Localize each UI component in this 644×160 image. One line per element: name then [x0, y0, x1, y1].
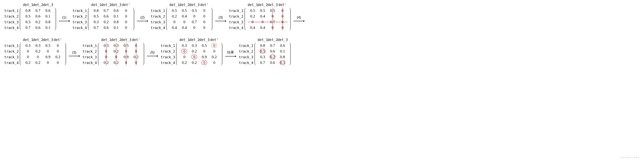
row-label: track_1 [72, 8, 87, 14]
row-label: track_3 [229, 19, 243, 25]
row-label: track_4 [4, 25, 19, 31]
col-label: det_2 [111, 38, 121, 42]
row-label: track_1 [82, 43, 97, 49]
col-label: det_3 [111, 3, 121, 7]
step-arrow: (2) [137, 15, 148, 22]
matrix-cell: 0.5 [189, 8, 199, 13]
col-label: det_1 [248, 3, 258, 7]
row-label: track_1 [229, 8, 243, 14]
matrix-m6: track_1track_2track_3track_4det_1det_2de… [82, 38, 144, 66]
matrix-cell: 0.9 [43, 55, 53, 59]
matrix-cell: 0.5 [169, 8, 179, 13]
col-label: det_2 [101, 3, 111, 7]
matrix-cell: 0.8 [91, 8, 101, 13]
matrix-cell: 0.2 [209, 55, 219, 59]
matrix-cell: 0.5 [258, 8, 268, 13]
matrix-cell: 0 [209, 43, 219, 48]
matrix-cell: 0 [101, 49, 111, 53]
row-label: track_4 [229, 25, 243, 31]
matrix-m4: track_1track_2track_3track_4det_1det_2de… [229, 3, 290, 31]
paren-right [52, 8, 56, 30]
matrix-cell: 0.4 [179, 25, 189, 30]
matrix-cell: 0.6 [101, 14, 111, 18]
row-label: track_3 [4, 54, 19, 60]
col-labels: det_1det_2det_3det' [98, 38, 144, 42]
row-labels: track_1track_2track_3track_4 [229, 8, 243, 31]
paren-right [209, 8, 212, 30]
row-label: track_1 [4, 43, 19, 49]
matrix-cell: 0 [199, 14, 209, 18]
col-labels: det_1det_2det_3det' [166, 3, 212, 7]
col-labels: det_1det_2det_3det' [20, 38, 66, 42]
step-label: (3) [218, 15, 223, 19]
row-label: track_3 [239, 54, 253, 60]
matrix-cell: 0.8 [111, 20, 121, 24]
col-labels: det_1det_2det_3det' [244, 3, 291, 7]
col-label: det_3 [199, 38, 209, 42]
paren-left [98, 43, 102, 65]
matrix-cell: 0 [258, 20, 268, 24]
row-label: track_2 [151, 14, 165, 19]
matrix-cell: 0.3 [23, 20, 33, 24]
matrix-cell: 0.5 [91, 14, 101, 18]
step-arrow: (3) [68, 50, 80, 57]
step-label: (3) [72, 50, 76, 54]
row-labels: track_1track_2track_3track_4 [4, 43, 19, 66]
col-label: det_1 [179, 38, 189, 42]
paren-right [141, 43, 144, 65]
matrix-cell: 0 [189, 25, 199, 30]
step-label: 结果 [227, 50, 234, 55]
matrix-body: 0.80.70.60.50.60.10.30.20.80.70.60.1 [254, 43, 291, 65]
svg-marker-13 [235, 55, 236, 57]
matrix-m1: track_1track_2track_3track_4det_1det_2de… [4, 3, 56, 31]
matrix-cell: 0 [23, 55, 33, 59]
matrix-cell: 0 [43, 60, 53, 65]
col-label: det' [278, 3, 288, 7]
matrix-cell: 0.8 [278, 55, 288, 59]
matrix-cell: 0.3 [111, 43, 121, 48]
matrix-cell: 0.6 [268, 49, 278, 53]
matrix-m7: track_1track_2track_3track_4det_1det_2de… [161, 38, 222, 66]
matrix-cell: 0.5 [179, 8, 189, 13]
svg-marker-1 [69, 20, 70, 22]
col-label: det' [131, 38, 141, 42]
matrix-cell: 0 [101, 55, 111, 59]
row-label: track_1 [161, 43, 175, 49]
matrix-cell: 0.1 [111, 25, 121, 30]
matrix-cell: 0 [121, 49, 131, 53]
row-label: track_3 [72, 19, 87, 25]
matrix-cell: 0.5 [199, 43, 209, 48]
matrix-cell: 0 [199, 8, 209, 13]
step-arrow: (4) [293, 15, 305, 22]
matrix-cell: 0.5 [43, 43, 53, 48]
paren-right [131, 8, 134, 30]
col-label: det_2 [33, 3, 43, 7]
paren-right [62, 43, 66, 65]
matrix-cell: 0.1 [278, 49, 288, 53]
matrix-cell: 0 [23, 49, 33, 53]
row-label: track_4 [151, 25, 165, 31]
matrix-cell: 0 [189, 55, 199, 59]
paren-left [176, 43, 180, 65]
arrow-icon [293, 20, 305, 22]
col-label: det_2 [258, 3, 268, 7]
svg-marker-7 [304, 20, 305, 22]
matrix-m5: track_1track_2track_3track_4det_1det_2de… [4, 38, 66, 66]
svg-marker-11 [157, 55, 158, 57]
matrix-cell: 0 [278, 20, 288, 24]
arrow-icon [68, 55, 80, 57]
matrix-cell: 0.6 [111, 8, 121, 13]
matrix-cell: 0.2 [268, 55, 278, 59]
matrix-body: 0.80.70.600.50.60.100.30.20.800.70.60.10 [88, 8, 134, 30]
matrix-cell: 0 [278, 8, 288, 13]
matrix-cell: 0.3 [23, 43, 33, 48]
col-label: det_1 [101, 38, 111, 42]
row-label: track_4 [239, 60, 253, 66]
row-labels: track_1track_2track_3track_4 [151, 8, 165, 31]
matrix-cell: 0.2 [131, 55, 141, 59]
paren-right [219, 43, 222, 65]
matrix-cell: 0.8 [23, 8, 33, 13]
matrix-cell: 0.4 [169, 25, 179, 30]
row-labels: track_1track_2track_3track_4 [161, 43, 175, 66]
row-label: track_1 [151, 8, 165, 14]
